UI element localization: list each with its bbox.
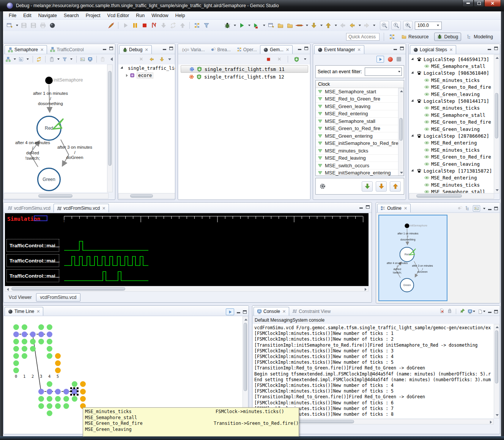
paste-button[interactable] xyxy=(100,55,105,63)
vcd-hscrollbar[interactable] xyxy=(5,286,369,292)
timeline-play-button[interactable] xyxy=(226,308,234,315)
menu-file[interactable]: File xyxy=(5,12,20,19)
steps-vscrollbar[interactable] xyxy=(494,55,499,193)
outline-overview-box[interactable]: initSemaphoreRedGreenafter 1 on minutes … xyxy=(378,215,447,301)
clock-row[interactable]: MSE_Green_leaving xyxy=(316,103,404,110)
shield-dropdown-icon[interactable] xyxy=(304,58,306,60)
timeline-dot-blue[interactable] xyxy=(55,389,61,394)
print-button[interactable] xyxy=(39,22,47,29)
timeline-dot-green[interactable] xyxy=(47,353,52,359)
select-mode-button[interactable] xyxy=(19,55,24,63)
timeline-dot-green[interactable] xyxy=(38,396,44,402)
dispose-engines-button[interactable]: ✕ xyxy=(276,55,283,63)
timeline-dot-orange[interactable] xyxy=(55,353,61,359)
console-output[interactable]: vcdFromSimu.vcd F/org.gemoc.sample.tfsm.… xyxy=(253,324,494,418)
zoom-level-combo[interactable]: 100.0 xyxy=(415,22,442,30)
terminate-button[interactable] xyxy=(141,22,148,29)
new-wizard-button[interactable] xyxy=(6,22,13,29)
clock-row[interactable]: MSE_minutes_ticks xyxy=(316,147,404,155)
open-console-button[interactable] xyxy=(478,309,485,314)
resume-button[interactable] xyxy=(122,22,129,29)
maximize-icon[interactable] xyxy=(304,47,308,50)
skip-breakpoints-button[interactable] xyxy=(193,22,200,29)
run-dropdown-icon[interactable] xyxy=(248,25,250,26)
clock-row[interactable]: MSE_switch_occurs xyxy=(316,162,404,170)
tab-vcd-file[interactable]: vcdFromSimu.vcd xyxy=(36,293,80,302)
tab-close-icon[interactable]: ✕ xyxy=(449,47,453,52)
last-edit-button[interactable] xyxy=(339,22,346,29)
timeline-dot-green[interactable] xyxy=(38,403,44,409)
maximize-icon[interactable] xyxy=(494,207,498,210)
mse-event-item[interactable]: MSE_Red_entering xyxy=(409,174,500,181)
timeline-dot-green[interactable] xyxy=(55,403,61,409)
new-project-button[interactable] xyxy=(268,22,275,29)
logical-step-item[interactable]: LogicalStep [508144171] xyxy=(409,97,500,104)
force-clock-green-button[interactable] xyxy=(362,181,373,192)
tab-trafficcontrol[interactable]: TrafficControl xyxy=(47,45,87,54)
clock-row[interactable]: MSE_Green_to_Red_fire xyxy=(316,125,404,133)
expand-arrow-icon[interactable] xyxy=(411,169,414,173)
zoom-out-button[interactable] xyxy=(380,21,389,30)
profile-dropdown-icon[interactable] xyxy=(263,25,265,26)
profile-button[interactable] xyxy=(253,22,260,29)
tab-console[interactable]: Console✕ xyxy=(254,307,289,316)
record-button[interactable] xyxy=(388,57,393,62)
maximize-icon[interactable] xyxy=(169,47,173,50)
filter-button[interactable] xyxy=(62,55,67,63)
clock-row[interactable]: MSE_initSemaphore_to_Red_fire xyxy=(316,140,404,148)
timeline-dot-green[interactable] xyxy=(72,396,77,402)
tab-close-icon[interactable]: ✕ xyxy=(404,206,407,211)
mse-event-item[interactable]: MSE_minutes_ticks xyxy=(409,181,500,188)
event-filter-combo[interactable] xyxy=(365,68,402,76)
forward-dropdown-icon[interactable] xyxy=(373,25,375,26)
scroll-lock-button[interactable] xyxy=(447,308,452,314)
tab-close-icon[interactable]: ✕ xyxy=(282,309,286,314)
timeline-dot-green[interactable] xyxy=(47,339,52,344)
diagram-hscrollbar[interactable] xyxy=(4,193,109,199)
timeline-dot-green[interactable] xyxy=(55,396,61,402)
timeline-dot-green[interactable] xyxy=(30,346,36,352)
timeline-dot-green[interactable] xyxy=(47,324,52,330)
force-clock-orange-button[interactable] xyxy=(376,181,387,192)
timeline-dot-orange[interactable] xyxy=(80,381,86,387)
clock-row[interactable]: MSE_Red_to_Green_fire xyxy=(316,96,404,103)
timeline-dot-green[interactable] xyxy=(47,396,52,402)
expand-arrow-icon[interactable] xyxy=(120,66,124,70)
open-element-button[interactable] xyxy=(277,22,284,29)
menu-run[interactable]: Run xyxy=(132,12,148,19)
minimize-button[interactable] xyxy=(462,0,474,7)
mse-event-item[interactable]: MSE_Green_to_Red_fire xyxy=(409,84,500,91)
timeline-dot-blue[interactable] xyxy=(30,332,36,337)
timeline-dot-green[interactable] xyxy=(47,403,52,409)
palette-collapse-icon[interactable] xyxy=(110,57,113,61)
maximize-icon[interactable] xyxy=(494,47,498,50)
clock-row[interactable]: MSE_Semaphore_start xyxy=(316,88,404,96)
timeline-dot-blue[interactable] xyxy=(13,332,19,337)
timeline-dot-green[interactable] xyxy=(13,346,19,352)
tab-constraint-view[interactable]: Constraint View xyxy=(289,307,334,316)
tab-close-icon[interactable]: ✕ xyxy=(145,47,148,52)
expand-arrow-icon[interactable] xyxy=(411,134,414,138)
minimize-icon[interactable] xyxy=(488,47,491,50)
open-resource-button[interactable] xyxy=(287,22,294,29)
maximize-icon[interactable] xyxy=(243,310,247,314)
back-button[interactable] xyxy=(349,22,356,29)
debug-tree-child[interactable]: ecore xyxy=(118,72,175,79)
export-diagram-button[interactable] xyxy=(88,55,93,63)
timeline-dot-orange[interactable] xyxy=(80,396,86,402)
timeline-dot-green[interactable] xyxy=(47,346,52,352)
mse-event-item[interactable]: MSE_Semaphore_stall xyxy=(409,188,500,193)
initial-state-dot[interactable] xyxy=(405,223,409,228)
maximize-icon[interactable] xyxy=(400,47,404,50)
refresh-button[interactable] xyxy=(36,55,41,63)
timeline-dot-green[interactable] xyxy=(47,381,52,387)
steps-hscrollbar[interactable] xyxy=(409,193,494,199)
tab-close-icon[interactable]: ✕ xyxy=(286,47,289,52)
engine-shield-button[interactable] xyxy=(293,55,300,63)
outline-tree-button[interactable] xyxy=(465,206,470,212)
timeline-dot-orange[interactable] xyxy=(55,368,61,373)
maximize-icon[interactable] xyxy=(366,205,370,209)
vcd-waveform-canvas[interactable]: Simulation 10 TrafficControl::mai...Traf… xyxy=(5,213,369,286)
minimize-icon[interactable] xyxy=(488,310,491,313)
stop-engine-button[interactable] xyxy=(265,55,272,63)
